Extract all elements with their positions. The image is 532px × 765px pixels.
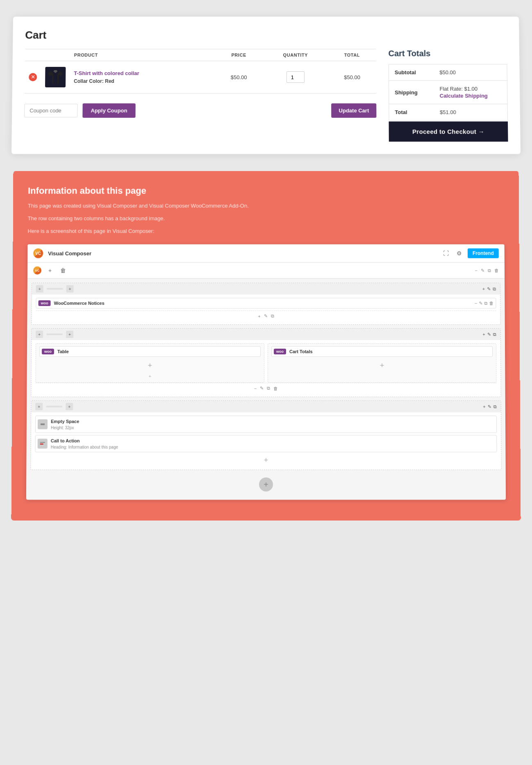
toolbar-copy-icon[interactable]: ⧉	[488, 268, 491, 273]
coupon-input[interactable]	[24, 104, 77, 117]
row3-inner-add[interactable]: +	[35, 454, 497, 466]
vc-row-2: + + + ✎ ⧉ woo	[31, 328, 501, 397]
wn-del-icon[interactable]: ⧉	[271, 313, 274, 319]
r2bar-pencil[interactable]: ✎	[260, 386, 264, 391]
table-col-add[interactable]: +	[39, 359, 261, 372]
total-row: Total $51.00	[389, 104, 508, 121]
wn-trash[interactable]: 🗑	[489, 301, 493, 306]
vc-body: + + + ✎ ⧉ woo WooCommerce Notices	[26, 279, 506, 500]
product-name-cell: T-Shirt with colored collar Collar Color…	[70, 61, 215, 94]
woo-notices-label: WooCommerce Notices	[54, 301, 104, 306]
row3-separator	[46, 406, 62, 408]
r2-edit[interactable]: ✎	[487, 332, 491, 337]
cta-svg	[40, 441, 45, 447]
col-total-header: TOTAL	[328, 49, 376, 61]
row-1-inline-actions: + ✎ ⧉	[482, 286, 496, 292]
total-label: Total	[389, 104, 434, 121]
frontend-button[interactable]: Frontend	[468, 249, 499, 258]
total-value: $51.00	[434, 104, 508, 121]
expand-icon[interactable]: ⛶	[441, 249, 450, 258]
row2-add-right[interactable]: +	[66, 331, 73, 338]
wn-pencil[interactable]: ✎	[479, 301, 482, 306]
toolbar-minus-icon[interactable]: −	[475, 268, 477, 273]
update-cart-button[interactable]: Update Cart	[331, 103, 376, 118]
row-1-btn-group: + +	[36, 285, 74, 293]
remove-cell: ✕	[25, 61, 41, 94]
row-add-left[interactable]: +	[36, 285, 43, 293]
checkout-button[interactable]: Proceed to Checkout →	[389, 121, 508, 142]
subtotal-value: $50.00	[434, 64, 507, 81]
r3-edit[interactable]: ✎	[488, 404, 491, 409]
toolbar-trash-icon[interactable]: 🗑	[59, 266, 68, 275]
r2-add[interactable]: +	[482, 332, 485, 337]
shipping-row: Shipping Flat Rate: $1.00 Calculate Ship…	[389, 81, 507, 104]
wn-add-icon[interactable]: +	[258, 314, 260, 319]
toolbar-add-icon[interactable]: +	[45, 266, 55, 275]
r2bar-copy[interactable]: ⧉	[267, 386, 270, 391]
settings-icon[interactable]: ⚙	[455, 249, 464, 258]
vc-row-1-content: woo WooCommerce Notices − ✎ ⧉ 🗑 + ✎ ⧉	[32, 295, 500, 325]
row2-separator	[46, 333, 63, 335]
row2-add-bar: − ✎ ⧉ 🗑	[35, 383, 496, 393]
toolbar-delete-icon[interactable]: 🗑	[494, 268, 499, 273]
wn-copy[interactable]: ⧉	[484, 301, 487, 306]
remove-item-button[interactable]: ✕	[29, 73, 37, 81]
vc-header-left: VC Visual Composer	[33, 249, 91, 258]
r2bar-trash[interactable]: 🗑	[273, 386, 278, 391]
vc-header: VC Visual Composer ⛶ ⚙ Frontend	[27, 244, 505, 263]
info-section-title: Information about this page	[28, 185, 504, 196]
product-thumb-cell	[41, 61, 70, 94]
woo-badge-totals: woo	[274, 349, 286, 354]
row-action-add[interactable]: +	[482, 287, 485, 292]
calculate-shipping-link[interactable]: Calculate Shipping	[440, 93, 502, 99]
row-3-btn-group: + +	[35, 403, 73, 411]
tshirt-icon	[47, 69, 64, 85]
cart-totals-table: Subtotal $50.00 Shipping Flat Rate: $1.0…	[389, 64, 508, 121]
vc-col-left: woo Table + +	[35, 343, 264, 383]
r3-del[interactable]: ⧉	[493, 404, 497, 409]
row3-add-right[interactable]: +	[66, 403, 73, 411]
wn-minus[interactable]: −	[475, 301, 477, 306]
woo-notices-add-bar: + ✎ ⧉	[36, 311, 496, 321]
empty-space-widget: Empty Space Height: 32px	[35, 416, 497, 433]
row-action-edit[interactable]: ✎	[487, 286, 491, 292]
cart-title: Cart	[25, 29, 507, 41]
table-widget-label: Table	[57, 349, 69, 354]
vc-logo: VC	[33, 249, 43, 258]
row-add-right[interactable]: +	[66, 285, 74, 293]
add-row-button[interactable]: +	[259, 477, 273, 491]
empty-space-svg	[40, 422, 45, 427]
cart-totals-widget: woo Cart Totals	[271, 346, 493, 357]
cta-widget: Call to Action Heading: Information abou…	[35, 435, 497, 452]
woo-badge-1: woo	[39, 301, 51, 306]
quantity-input[interactable]	[286, 71, 305, 83]
vc-col-right: woo Cart Totals +	[268, 343, 497, 383]
empty-space-label: Empty Space	[51, 419, 79, 424]
vc-row-1: + + + ✎ ⧉ woo WooCommerce Notices	[31, 283, 500, 325]
row-3-inline-actions: + ✎ ⧉	[483, 404, 497, 409]
shipping-label: Shipping	[389, 81, 434, 104]
r2-del[interactable]: ⧉	[493, 332, 496, 337]
r2bar-minus[interactable]: −	[254, 386, 257, 391]
r3-add[interactable]: +	[483, 404, 486, 409]
totals-col-add[interactable]: +	[271, 359, 493, 372]
cart-table: PRODUCT PRICE QUANTITY TOTAL ✕	[25, 49, 376, 94]
cta-info: Call to Action Heading: Information abou…	[51, 438, 118, 450]
subtotal-label: Subtotal	[389, 64, 434, 81]
row-action-copy[interactable]: ⧉	[493, 286, 496, 292]
qty-cell[interactable]	[263, 61, 328, 94]
subtotal-row: Subtotal $50.00	[389, 64, 507, 81]
svg-rect-4	[40, 444, 43, 445]
apply-coupon-button[interactable]: Apply Coupon	[82, 103, 135, 118]
coupon-row: Apply Coupon Update Cart	[24, 99, 376, 118]
col-product-header: PRODUCT	[70, 49, 215, 61]
info-para-3: Here is a screenshot of this page in Vis…	[28, 227, 505, 235]
col-qty-header: QUANTITY	[263, 49, 328, 61]
woo-notices-widget: woo WooCommerce Notices − ✎ ⧉ 🗑	[36, 298, 496, 309]
woo-notices-actions: − ✎ ⧉ 🗑	[475, 301, 493, 306]
cta-label: Call to Action	[51, 438, 80, 443]
toolbar-pencil-icon[interactable]: ✎	[481, 268, 484, 273]
row3-add-left[interactable]: +	[35, 403, 43, 411]
row2-add-left[interactable]: +	[36, 331, 43, 338]
wn-edit-icon[interactable]: ✎	[264, 313, 268, 319]
